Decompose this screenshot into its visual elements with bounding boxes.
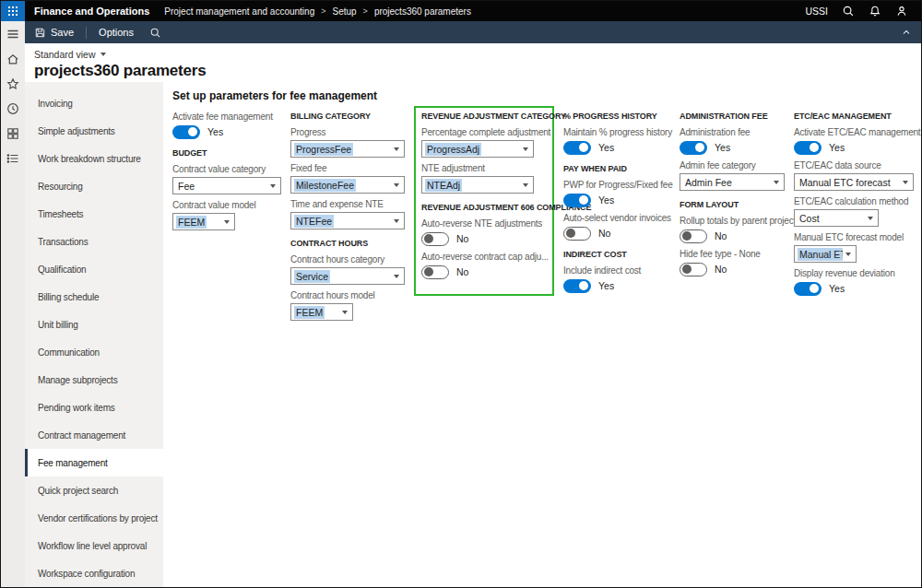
chevron-down-icon[interactable] — [774, 181, 779, 184]
section-header-administration-fee: ADMINISTRATION FEE — [680, 112, 785, 121]
sidebar-item-vendor-certifications-by-project[interactable]: Vendor certifications by project — [25, 504, 163, 532]
sidebar-item-transactions[interactable]: Transactions — [25, 228, 163, 255]
contract-hours-model-combobox[interactable]: FEEM — [290, 303, 353, 321]
chevron-down-icon[interactable] — [224, 220, 230, 224]
toggle-switch[interactable] — [421, 232, 449, 246]
sidebar-item-manage-subprojects[interactable]: Manage subprojects — [25, 366, 163, 394]
toggle-switch[interactable] — [680, 229, 707, 243]
breadcrumb-item-projects360-parameters[interactable]: projects360 parameters — [374, 6, 471, 17]
favorites-star-icon[interactable] — [5, 76, 21, 92]
chevron-down-icon[interactable] — [270, 184, 276, 188]
options-button[interactable]: Options — [95, 21, 137, 43]
auto-reverse-contract-cap-adju-toggle[interactable]: No — [421, 265, 545, 279]
toggle-switch[interactable] — [421, 265, 449, 279]
toggle-switch[interactable] — [563, 227, 591, 241]
search-icon[interactable] — [842, 5, 855, 18]
chevron-down-icon[interactable] — [903, 181, 908, 184]
recent-clock-icon[interactable] — [5, 100, 21, 117]
chevron-down-icon[interactable] — [394, 219, 399, 223]
chevron-down-icon[interactable] — [523, 147, 528, 151]
sidebar-item-pending-work-items[interactable]: Pending work items — [25, 394, 163, 421]
display-revenue-deviation-toggle[interactable]: Yes — [794, 281, 914, 296]
sidebar-item-timesheets[interactable]: Timesheets — [25, 200, 163, 228]
action-bar-search-icon[interactable] — [146, 21, 165, 43]
sidebar-item-quick-project-search[interactable]: Quick project search — [25, 476, 163, 504]
sidebar-item-workspace-configuration[interactable]: Workspace configuration — [25, 559, 163, 587]
field-maintain-progress-history: Maintain % progress historyYes — [563, 127, 670, 155]
section-header-contract-hours: CONTRACT HOURS — [290, 239, 405, 248]
section-header-pay-when-paid: PAY WHEN PAID — [563, 164, 670, 173]
home-icon[interactable] — [5, 51, 21, 67]
auto-reverse-nte-adjustments-toggle[interactable]: No — [421, 231, 545, 246]
pwp-for-progress-fixed-fee-toggle[interactable]: Yes — [563, 193, 670, 207]
nte-adjustment-combobox[interactable]: NTEAdj — [421, 176, 534, 194]
collapse-action-pane-icon[interactable] — [901, 27, 912, 38]
bell-icon[interactable] — [869, 5, 881, 18]
contract-value-category-combobox[interactable]: Fee — [172, 177, 281, 194]
chevron-down-icon[interactable] — [342, 311, 348, 314]
sidebar-item-qualification[interactable]: Qualification — [25, 255, 163, 283]
toggle-switch[interactable] — [563, 194, 591, 207]
field-progress: ProgressProgressFee — [290, 127, 405, 158]
field-etc-eac-calculation-method: ETC/EAC calculation methodCost — [794, 196, 914, 227]
fixed-fee-combobox[interactable]: MilestoneFee — [290, 176, 405, 194]
maintain-progress-history-toggle[interactable]: Yes — [563, 140, 670, 155]
workspaces-grid-icon[interactable] — [5, 125, 21, 142]
sidebar-item-work-breakdown-structure[interactable]: Work breakdown structure — [25, 145, 163, 172]
app-title[interactable]: Finance and Operations — [25, 6, 164, 17]
sidebar-item-simple-adjustments[interactable]: Simple adjustments — [25, 117, 163, 145]
breadcrumb-item-project-management-and-accounting[interactable]: Project management and accounting — [164, 6, 314, 17]
contract-value-model-combobox[interactable]: FEEM — [172, 213, 235, 230]
chevron-down-icon[interactable] — [394, 275, 399, 278]
sidebar-item-contract-management[interactable]: Contract management — [25, 421, 163, 449]
waffle-grid-icon — [8, 6, 18, 17]
company-picker[interactable]: USSI — [805, 6, 828, 17]
sidebar-item-workflow-line-level-approval[interactable]: Workflow line level approval — [25, 532, 163, 559]
breadcrumb-separator: > — [321, 6, 325, 16]
sidebar-item-unit-billing[interactable]: Unit billing — [25, 311, 163, 338]
sidebar-item-billing-schedule[interactable]: Billing schedule — [25, 283, 163, 311]
toggle-switch[interactable] — [172, 125, 200, 139]
waffle-menu-icon[interactable] — [1, 1, 25, 21]
breadcrumb-item-setup[interactable]: Setup — [332, 6, 356, 17]
progress-combobox[interactable]: ProgressFee — [290, 140, 405, 158]
toggle-switch[interactable] — [794, 141, 822, 155]
sidebar-item-fee-management[interactable]: Fee management — [25, 449, 163, 476]
toggle-switch[interactable] — [563, 141, 591, 155]
person-icon[interactable] — [895, 5, 908, 18]
include-indirect-cost-toggle[interactable]: Yes — [563, 278, 670, 293]
toggle-switch[interactable] — [680, 263, 707, 276]
toggle-switch[interactable] — [794, 282, 822, 296]
etc-eac-calculation-method-combobox[interactable]: Cost — [794, 209, 879, 227]
chevron-down-icon — [100, 53, 106, 56]
auto-select-vendor-invoices-toggle[interactable]: No — [563, 226, 670, 241]
sidebar-item-invoicing[interactable]: Invoicing — [25, 89, 163, 117]
sidebar-item-communication[interactable]: Communication — [25, 338, 163, 366]
manual-etc-forecast-model-combobox[interactable]: Manual ETC — [794, 245, 857, 263]
toggle-switch[interactable] — [680, 141, 707, 155]
rollup-totals-by-parent-project-toggle[interactable]: No — [680, 229, 785, 243]
chevron-down-icon[interactable] — [845, 253, 851, 256]
hamburger-menu-icon[interactable] — [5, 26, 21, 42]
administration-fee-toggle[interactable]: Yes — [680, 140, 785, 155]
chevron-down-icon[interactable] — [523, 183, 528, 187]
sidebar-menu: InvoicingSimple adjustmentsWork breakdow… — [25, 82, 163, 587]
activate-fee-management-toggle[interactable]: Yes — [172, 124, 281, 139]
contract-hours-category-combobox[interactable]: Service — [290, 267, 405, 285]
activate-etc-eac-management-toggle[interactable]: Yes — [794, 140, 914, 155]
chevron-down-icon[interactable] — [394, 147, 399, 151]
chevron-down-icon[interactable] — [394, 183, 399, 187]
time-and-expense-nte-combobox[interactable]: NTEFee — [290, 212, 405, 229]
etc-eac-data-source-combobox[interactable]: Manual ETC forecast — [794, 173, 914, 191]
view-selector[interactable]: Standard view — [34, 49, 106, 60]
percentage-complete-adjustment-combobox[interactable]: ProgressAdj — [421, 140, 534, 158]
hide-fee-type-none-toggle[interactable]: No — [680, 262, 785, 276]
admin-fee-category-combobox[interactable]: Admin Fee — [680, 173, 785, 191]
save-icon — [34, 27, 46, 39]
toggle-switch[interactable] — [563, 279, 591, 293]
sidebar-item-resourcing[interactable]: Resourcing — [25, 172, 163, 200]
modules-list-icon[interactable] — [5, 150, 21, 167]
chevron-down-icon[interactable] — [868, 217, 873, 220]
combobox-value: ProgressAdj — [425, 143, 481, 156]
save-button[interactable]: Save — [30, 21, 77, 43]
